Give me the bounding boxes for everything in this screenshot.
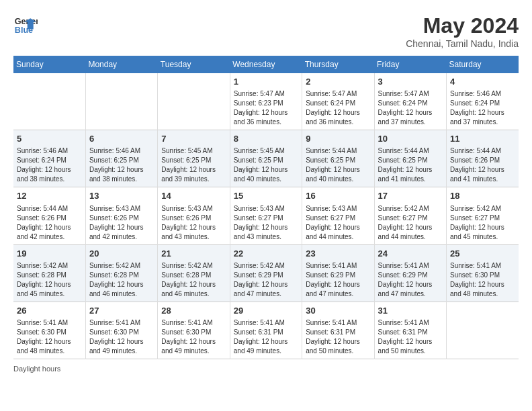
calendar-cell: 20Sunrise: 5:42 AM Sunset: 6:28 PM Dayli…	[85, 244, 157, 302]
day-number: 8	[234, 133, 298, 145]
day-info: Sunrise: 5:43 AM Sunset: 6:27 PM Dayligh…	[234, 204, 298, 242]
calendar-cell: 24Sunrise: 5:41 AM Sunset: 6:29 PM Dayli…	[374, 244, 446, 302]
day-number: 9	[306, 133, 370, 145]
day-info: Sunrise: 5:41 AM Sunset: 6:30 PM Dayligh…	[17, 318, 82, 356]
days-header-row: SundayMondayTuesdayWednesdayThursdayFrid…	[13, 56, 519, 73]
day-number: 5	[17, 133, 82, 145]
day-info: Sunrise: 5:44 AM Sunset: 6:26 PM Dayligh…	[450, 146, 515, 184]
week-row-2: 5Sunrise: 5:46 AM Sunset: 6:24 PM Daylig…	[13, 130, 519, 187]
calendar-cell: 2Sunrise: 5:47 AM Sunset: 6:24 PM Daylig…	[302, 73, 374, 130]
col-header-friday: Friday	[374, 56, 446, 73]
day-number: 20	[89, 248, 154, 260]
day-number: 14	[161, 190, 226, 202]
col-header-monday: Monday	[85, 56, 157, 73]
day-number: 13	[89, 190, 154, 202]
day-info: Sunrise: 5:44 AM Sunset: 6:25 PM Dayligh…	[306, 146, 370, 184]
calendar-cell: 30Sunrise: 5:41 AM Sunset: 6:31 PM Dayli…	[302, 302, 374, 359]
calendar-cell	[158, 73, 230, 130]
calendar-cell: 22Sunrise: 5:42 AM Sunset: 6:29 PM Dayli…	[230, 244, 302, 302]
calendar-cell: 17Sunrise: 5:42 AM Sunset: 6:27 PM Dayli…	[374, 187, 446, 244]
day-info: Sunrise: 5:47 AM Sunset: 6:24 PM Dayligh…	[306, 89, 370, 127]
day-number: 12	[17, 190, 82, 202]
day-number: 31	[378, 305, 443, 317]
week-row-4: 19Sunrise: 5:42 AM Sunset: 6:28 PM Dayli…	[13, 244, 519, 302]
day-info: Sunrise: 5:42 AM Sunset: 6:28 PM Dayligh…	[89, 261, 154, 299]
calendar-cell: 18Sunrise: 5:42 AM Sunset: 6:27 PM Dayli…	[447, 187, 519, 244]
calendar-cell: 29Sunrise: 5:41 AM Sunset: 6:31 PM Dayli…	[230, 302, 302, 359]
calendar-cell: 11Sunrise: 5:44 AM Sunset: 6:26 PM Dayli…	[447, 130, 519, 187]
day-number: 17	[378, 190, 443, 202]
calendar-cell: 10Sunrise: 5:44 AM Sunset: 6:25 PM Dayli…	[374, 130, 446, 187]
day-number: 2	[306, 76, 370, 88]
day-number: 18	[450, 190, 515, 202]
day-info: Sunrise: 5:43 AM Sunset: 6:27 PM Dayligh…	[306, 204, 370, 242]
day-number: 27	[89, 305, 154, 317]
calendar-cell: 21Sunrise: 5:42 AM Sunset: 6:28 PM Dayli…	[158, 244, 230, 302]
day-number: 23	[306, 248, 370, 260]
day-number: 19	[17, 248, 82, 260]
calendar-cell: 26Sunrise: 5:41 AM Sunset: 6:30 PM Dayli…	[13, 302, 85, 359]
calendar-cell: 31Sunrise: 5:41 AM Sunset: 6:31 PM Dayli…	[374, 302, 446, 359]
day-info: Sunrise: 5:41 AM Sunset: 6:30 PM Dayligh…	[89, 318, 154, 356]
day-number: 26	[17, 305, 82, 317]
day-info: Sunrise: 5:41 AM Sunset: 6:29 PM Dayligh…	[378, 261, 443, 299]
day-info: Sunrise: 5:45 AM Sunset: 6:25 PM Dayligh…	[161, 146, 226, 184]
calendar-cell: 1Sunrise: 5:47 AM Sunset: 6:23 PM Daylig…	[230, 73, 302, 130]
week-row-3: 12Sunrise: 5:44 AM Sunset: 6:26 PM Dayli…	[13, 187, 519, 244]
calendar-cell: 3Sunrise: 5:47 AM Sunset: 6:24 PM Daylig…	[374, 73, 446, 130]
day-info: Sunrise: 5:41 AM Sunset: 6:30 PM Dayligh…	[161, 318, 226, 356]
calendar-cell: 15Sunrise: 5:43 AM Sunset: 6:27 PM Dayli…	[230, 187, 302, 244]
day-info: Sunrise: 5:42 AM Sunset: 6:27 PM Dayligh…	[378, 204, 443, 242]
day-info: Sunrise: 5:41 AM Sunset: 6:30 PM Dayligh…	[450, 261, 515, 299]
page-header: General Blue May 2024 Chennai, Tamil Nad…	[13, 13, 519, 49]
col-header-saturday: Saturday	[447, 56, 519, 73]
calendar-cell: 9Sunrise: 5:44 AM Sunset: 6:25 PM Daylig…	[302, 130, 374, 187]
day-number: 25	[450, 248, 515, 260]
day-number: 4	[450, 76, 515, 88]
day-number: 1	[234, 76, 298, 88]
day-info: Sunrise: 5:41 AM Sunset: 6:31 PM Dayligh…	[306, 318, 370, 356]
col-header-sunday: Sunday	[13, 56, 85, 73]
calendar-cell: 5Sunrise: 5:46 AM Sunset: 6:24 PM Daylig…	[13, 130, 85, 187]
day-number: 28	[161, 305, 226, 317]
calendar-cell: 28Sunrise: 5:41 AM Sunset: 6:30 PM Dayli…	[158, 302, 230, 359]
week-row-5: 26Sunrise: 5:41 AM Sunset: 6:30 PM Dayli…	[13, 302, 519, 359]
day-info: Sunrise: 5:47 AM Sunset: 6:23 PM Dayligh…	[234, 89, 298, 127]
day-info: Sunrise: 5:42 AM Sunset: 6:28 PM Dayligh…	[161, 261, 226, 299]
day-info: Sunrise: 5:41 AM Sunset: 6:31 PM Dayligh…	[378, 318, 443, 356]
day-info: Sunrise: 5:41 AM Sunset: 6:31 PM Dayligh…	[234, 318, 298, 356]
day-number: 21	[161, 248, 226, 260]
daylight-label: Daylight hours	[13, 365, 60, 373]
logo: General Blue	[13, 13, 38, 38]
title-area: May 2024 Chennai, Tamil Nadu, India	[406, 13, 519, 49]
day-info: Sunrise: 5:44 AM Sunset: 6:26 PM Dayligh…	[17, 204, 82, 242]
day-info: Sunrise: 5:45 AM Sunset: 6:25 PM Dayligh…	[234, 146, 298, 184]
day-info: Sunrise: 5:46 AM Sunset: 6:24 PM Dayligh…	[17, 146, 82, 184]
day-number: 24	[378, 248, 443, 260]
day-info: Sunrise: 5:43 AM Sunset: 6:26 PM Dayligh…	[161, 204, 226, 242]
calendar-cell: 19Sunrise: 5:42 AM Sunset: 6:28 PM Dayli…	[13, 244, 85, 302]
location-subtitle: Chennai, Tamil Nadu, India	[406, 38, 519, 49]
logo-icon: General Blue	[13, 13, 38, 38]
day-info: Sunrise: 5:42 AM Sunset: 6:27 PM Dayligh…	[450, 204, 515, 242]
calendar-cell: 12Sunrise: 5:44 AM Sunset: 6:26 PM Dayli…	[13, 187, 85, 244]
month-year-title: May 2024	[406, 13, 519, 38]
calendar-cell: 6Sunrise: 5:46 AM Sunset: 6:25 PM Daylig…	[85, 130, 157, 187]
calendar-cell	[85, 73, 157, 130]
day-info: Sunrise: 5:46 AM Sunset: 6:25 PM Dayligh…	[89, 146, 154, 184]
calendar-cell: 8Sunrise: 5:45 AM Sunset: 6:25 PM Daylig…	[230, 130, 302, 187]
calendar-cell: 27Sunrise: 5:41 AM Sunset: 6:30 PM Dayli…	[85, 302, 157, 359]
day-info: Sunrise: 5:42 AM Sunset: 6:28 PM Dayligh…	[17, 261, 82, 299]
day-number: 22	[234, 248, 298, 260]
calendar-table: SundayMondayTuesdayWednesdayThursdayFrid…	[13, 56, 519, 359]
day-number: 3	[378, 76, 443, 88]
calendar-cell: 14Sunrise: 5:43 AM Sunset: 6:26 PM Dayli…	[158, 187, 230, 244]
day-info: Sunrise: 5:44 AM Sunset: 6:25 PM Dayligh…	[378, 146, 443, 184]
col-header-thursday: Thursday	[302, 56, 374, 73]
calendar-cell	[13, 73, 85, 130]
day-number: 16	[306, 190, 370, 202]
calendar-cell: 16Sunrise: 5:43 AM Sunset: 6:27 PM Dayli…	[302, 187, 374, 244]
day-number: 6	[89, 133, 154, 145]
calendar-cell: 23Sunrise: 5:41 AM Sunset: 6:29 PM Dayli…	[302, 244, 374, 302]
day-number: 10	[378, 133, 443, 145]
